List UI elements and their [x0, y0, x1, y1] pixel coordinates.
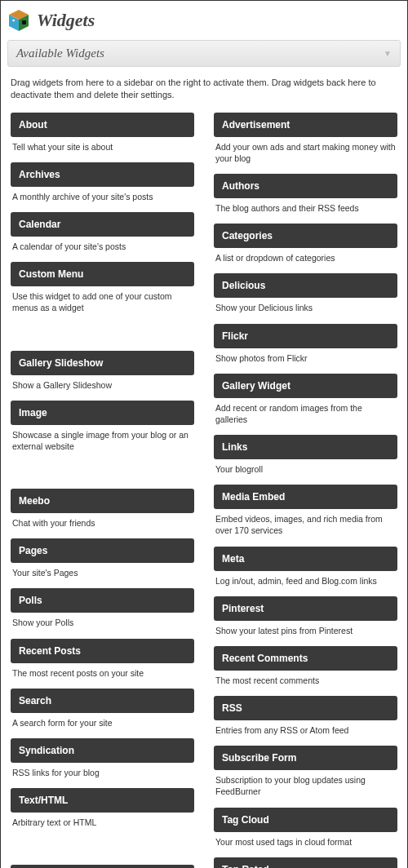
widget-description: Subscription to your blog updates using …	[214, 770, 397, 799]
widget-custom-menu[interactable]: Custom MenuUse this widget to add one of…	[11, 262, 194, 315]
widget-tag-cloud[interactable]: Tag CloudYour most used tags in cloud fo…	[214, 808, 397, 849]
widget-image[interactable]: ImageShowcase a single image from your b…	[11, 401, 194, 454]
widget-about[interactable]: AboutTell what your site is about	[11, 113, 194, 154]
widget-meebo[interactable]: MeeboChat with your friends	[11, 489, 194, 530]
widget-search[interactable]: SearchA search form for your site	[11, 689, 194, 730]
widgets-grid: AboutTell what your site is aboutArchive…	[7, 113, 401, 868]
widget-title[interactable]: Flickr	[214, 324, 397, 348]
widget-title[interactable]: Calendar	[11, 212, 194, 237]
widget-title[interactable]: Recent Posts	[11, 639, 194, 663]
widget-description: Showcase a single image from your blog o…	[11, 425, 194, 454]
widget-description: The blog authors and their RSS feeds	[214, 198, 397, 215]
widget-title[interactable]: Authors	[214, 174, 397, 198]
widget-title[interactable]: Subscribe Form	[214, 746, 397, 770]
widget-description: Show your Delicious links	[214, 298, 397, 315]
widget-description: A monthly archive of your site's posts	[11, 187, 194, 204]
widget-title[interactable]: Gallery Slideshow	[11, 351, 194, 375]
widget-title[interactable]: Text/HTML	[11, 788, 194, 813]
widget-title[interactable]: Advertisement	[214, 113, 397, 137]
widget-title[interactable]: Links	[214, 435, 397, 459]
svg-rect-3	[22, 20, 26, 24]
widget-subscribe-form[interactable]: Subscribe FormSubscription to your blog …	[214, 746, 397, 799]
widget-description: Your most used tags in cloud format	[214, 832, 397, 849]
widget-description: The most recent posts on your site	[11, 663, 194, 680]
widgets-logo-icon	[7, 9, 30, 32]
widget-title[interactable]: Meebo	[11, 489, 194, 513]
widget-description: Show your Polls	[11, 613, 194, 630]
widget-archives[interactable]: ArchivesA monthly archive of your site's…	[11, 162, 194, 204]
widget-recent-posts[interactable]: Recent PostsThe most recent posts on you…	[11, 639, 194, 680]
widget-meta[interactable]: MetaLog in/out, admin, feed and Blog.com…	[214, 547, 397, 588]
widget-advertisement[interactable]: AdvertisementAdd your own ads and start …	[214, 113, 397, 166]
widget-title[interactable]: Meta	[214, 547, 397, 571]
widget-delicious[interactable]: DeliciousShow your Delicious links	[214, 273, 397, 315]
instructions-text: Drag widgets from here to a sidebar on t…	[7, 67, 401, 113]
widget-description: The most recent comments	[214, 671, 397, 688]
widget-title[interactable]: Categories	[214, 224, 397, 248]
widget-description: A search form for your site	[11, 713, 194, 730]
widget-title[interactable]: Delicious	[214, 273, 397, 298]
widgets-left-column: AboutTell what your site is aboutArchive…	[11, 113, 194, 868]
widget-title[interactable]: Custom Menu	[11, 262, 194, 286]
widget-description: Use this widget to add one of your custo…	[11, 286, 194, 315]
widget-calendar[interactable]: CalendarA calendar of your site's posts	[11, 212, 194, 254]
section-title: Available Widgets	[16, 46, 104, 60]
widget-title[interactable]: Media Embed	[214, 485, 397, 509]
widget-description: Show your latest pins from Pinterest	[214, 621, 397, 638]
widget-authors[interactable]: AuthorsThe blog authors and their RSS fe…	[214, 174, 397, 215]
widget-title[interactable]: Pinterest	[214, 596, 397, 621]
widget-title[interactable]: Syndication	[11, 738, 194, 763]
widget-description: Tell what your site is about	[11, 137, 194, 154]
widget-description: Embed videos, images, and rich media fro…	[214, 509, 397, 538]
widget-polls[interactable]: PollsShow your Polls	[11, 588, 194, 630]
widget-rss[interactable]: RSSEntries from any RSS or Atom feed	[214, 696, 397, 737]
widget-title[interactable]: Twitter	[11, 865, 194, 868]
widget-description: Entries from any RSS or Atom feed	[214, 720, 397, 737]
widget-gallery-slideshow[interactable]: Gallery SlideshowShow a Gallery Slidesho…	[11, 351, 194, 392]
widget-description: Your blogroll	[214, 459, 397, 476]
widget-title[interactable]: Polls	[11, 588, 194, 613]
available-widgets-header[interactable]: Available Widgets ▼	[7, 40, 401, 67]
widget-description: Your site's Pages	[11, 563, 194, 580]
widget-title[interactable]: Image	[11, 401, 194, 425]
widget-title[interactable]: About	[11, 113, 194, 137]
chevron-down-icon: ▼	[384, 49, 392, 58]
widget-description: A calendar of your site's posts	[11, 237, 194, 254]
widget-flickr[interactable]: FlickrShow photos from Flickr	[214, 324, 397, 365]
widget-gallery-widget[interactable]: Gallery WidgetAdd recent or random image…	[214, 374, 397, 427]
widget-links[interactable]: LinksYour blogroll	[214, 435, 397, 476]
widget-title[interactable]: RSS	[214, 696, 397, 720]
widget-description: Add recent or random images from the gal…	[214, 398, 397, 427]
widget-syndication[interactable]: SyndicationRSS links for your blog	[11, 738, 194, 780]
widget-description: A list or dropdown of categories	[214, 248, 397, 265]
widget-title[interactable]: Search	[11, 689, 194, 713]
widget-title[interactable]: Tag Cloud	[214, 808, 397, 832]
widget-description: Show a Gallery Slideshow	[11, 375, 194, 392]
widget-title[interactable]: Pages	[11, 538, 194, 563]
widget-media-embed[interactable]: Media EmbedEmbed videos, images, and ric…	[214, 485, 397, 538]
widget-description: Show photos from Flickr	[214, 348, 397, 365]
page-header: Widgets	[7, 4, 401, 40]
page-title: Widgets	[37, 10, 95, 31]
widget-twitter[interactable]: TwitterAdd your Twitter feed	[11, 865, 194, 868]
widget-description: Arbitrary text or HTML	[11, 813, 194, 830]
widget-description: RSS links for your blog	[11, 763, 194, 780]
page-frame: Widgets Available Widgets ▼ Drag widgets…	[0, 0, 408, 868]
widget-description: Log in/out, admin, feed and Blog.com lin…	[214, 571, 397, 588]
widget-recent-comments[interactable]: Recent CommentsThe most recent comments	[214, 646, 397, 688]
widget-title[interactable]: Recent Comments	[214, 646, 397, 671]
widget-description: Chat with your friends	[11, 513, 194, 530]
widget-description: Add your own ads and start making money …	[214, 137, 397, 166]
widget-pages[interactable]: PagesYour site's Pages	[11, 538, 194, 580]
widget-pinterest[interactable]: PinterestShow your latest pins from Pint…	[214, 596, 397, 638]
widgets-right-column: AdvertisementAdd your own ads and start …	[214, 113, 397, 868]
widget-title[interactable]: Top Rated	[214, 857, 397, 868]
widget-title[interactable]: Gallery Widget	[214, 374, 397, 398]
widget-categories[interactable]: CategoriesA list or dropdown of categori…	[214, 224, 397, 265]
widget-text-html[interactable]: Text/HTMLArbitrary text or HTML	[11, 788, 194, 830]
widget-top-rated[interactable]: Top RatedA list of your top rated posts,…	[214, 857, 397, 868]
widget-title[interactable]: Archives	[11, 162, 194, 187]
